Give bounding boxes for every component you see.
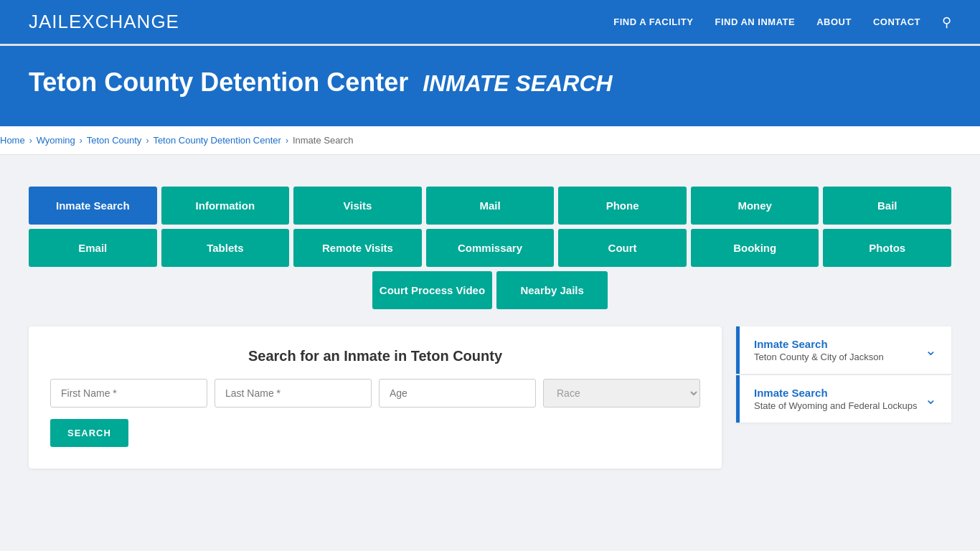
tabs-section: Inmate Search Information Visits Mail Ph… (29, 187, 951, 309)
logo-text-light: EXCHANGE (69, 11, 179, 32)
tab-mail[interactable]: Mail (426, 187, 555, 225)
sidebar-item-wyoming-title: Inmate Search (754, 387, 918, 399)
tab-inmate-search[interactable]: Inmate Search (29, 187, 157, 225)
main-panel: Search for an Inmate in Teton County Rac… (29, 326, 722, 468)
breadcrumb-sep-4: › (286, 136, 288, 146)
page-title: Teton County Detention Center INMATE SEA… (29, 67, 951, 98)
search-title: Search for an Inmate in Teton County (50, 348, 700, 364)
tabs-row-1: Inmate Search Information Visits Mail Ph… (29, 187, 951, 225)
sidebar: Inmate Search Teton County & City of Jac… (736, 326, 951, 468)
hero-section: Teton County Detention Center INMATE SEA… (0, 46, 980, 126)
last-name-input[interactable] (215, 379, 372, 408)
breadcrumb-teton-county[interactable]: Teton County (87, 135, 142, 146)
search-icon[interactable]: ⚲ (942, 14, 951, 30)
breadcrumb-detention-center[interactable]: Teton County Detention Center (153, 135, 281, 146)
breadcrumb-wyoming[interactable]: Wyoming (37, 135, 75, 146)
nav-contact[interactable]: CONTACT (873, 17, 920, 27)
page-title-sub: INMATE SEARCH (423, 70, 612, 96)
sidebar-item-teton-text: Inmate Search Teton County & City of Jac… (754, 338, 884, 362)
sidebar-item-wyoming[interactable]: Inmate Search State of Wyoming and Feder… (736, 375, 951, 423)
logo-text-bold: JAIL (29, 11, 69, 32)
site-logo[interactable]: JAILEXCHANGE (29, 11, 179, 33)
search-button[interactable]: SEARCH (50, 419, 128, 447)
tab-remote-visits[interactable]: Remote Visits (293, 229, 422, 267)
tab-visits[interactable]: Visits (293, 187, 422, 225)
tab-phone[interactable]: Phone (558, 187, 687, 225)
tab-email[interactable]: Email (29, 229, 157, 267)
tab-commissary[interactable]: Commissary (426, 229, 555, 267)
first-name-input[interactable] (50, 379, 207, 408)
tabs-row-2: Email Tablets Remote Visits Commissary C… (29, 229, 951, 267)
tab-nearby-jails[interactable]: Nearby Jails (496, 271, 608, 309)
sidebar-item-wyoming-text: Inmate Search State of Wyoming and Feder… (754, 387, 918, 411)
race-select[interactable]: Race White Black Hispanic Asian Other (543, 379, 700, 408)
chevron-down-icon-2: ⌄ (925, 390, 937, 408)
tabs-row-3: Court Process Video Nearby Jails (29, 271, 951, 309)
tab-information[interactable]: Information (161, 187, 290, 225)
content-area: Search for an Inmate in Teton County Rac… (29, 326, 951, 468)
nav-find-facility[interactable]: FIND A FACILITY (613, 17, 693, 27)
sidebar-item-teton-subtitle: Teton County & City of Jackson (754, 352, 884, 362)
sidebar-item-wyoming-subtitle: State of Wyoming and Federal Lockups (754, 400, 918, 411)
navbar: JAILEXCHANGE FIND A FACILITY FIND AN INM… (0, 0, 980, 46)
breadcrumb-home[interactable]: Home (0, 135, 25, 146)
age-input[interactable] (379, 379, 536, 408)
search-inputs: Race White Black Hispanic Asian Other (50, 379, 700, 408)
tab-photos[interactable]: Photos (823, 229, 951, 267)
tab-money[interactable]: Money (691, 187, 819, 225)
breadcrumb-sep-1: › (29, 136, 32, 146)
sidebar-item-teton-title: Inmate Search (754, 338, 884, 350)
tab-court[interactable]: Court (558, 229, 687, 267)
sidebar-item-teton-county[interactable]: Inmate Search Teton County & City of Jac… (736, 326, 951, 374)
main-content: Inmate Search Information Visits Mail Ph… (0, 172, 980, 497)
nav-links: FIND A FACILITY FIND AN INMATE ABOUT CON… (613, 14, 951, 30)
nav-find-inmate[interactable]: FIND AN INMATE (715, 17, 795, 27)
tab-booking[interactable]: Booking (691, 229, 819, 267)
tab-bail[interactable]: Bail (823, 187, 951, 225)
breadcrumb-current: Inmate Search (293, 135, 354, 146)
page-title-main: Teton County Detention Center (29, 67, 408, 97)
chevron-down-icon-1: ⌄ (925, 342, 937, 359)
breadcrumb-sep-3: › (146, 136, 149, 146)
search-box: Search for an Inmate in Teton County Rac… (29, 326, 722, 468)
breadcrumb: Home › Wyoming › Teton County › Teton Co… (0, 126, 980, 155)
nav-about[interactable]: ABOUT (816, 17, 852, 27)
tab-tablets[interactable]: Tablets (161, 229, 290, 267)
tab-court-process-video[interactable]: Court Process Video (372, 271, 492, 309)
breadcrumb-sep-2: › (80, 136, 83, 146)
